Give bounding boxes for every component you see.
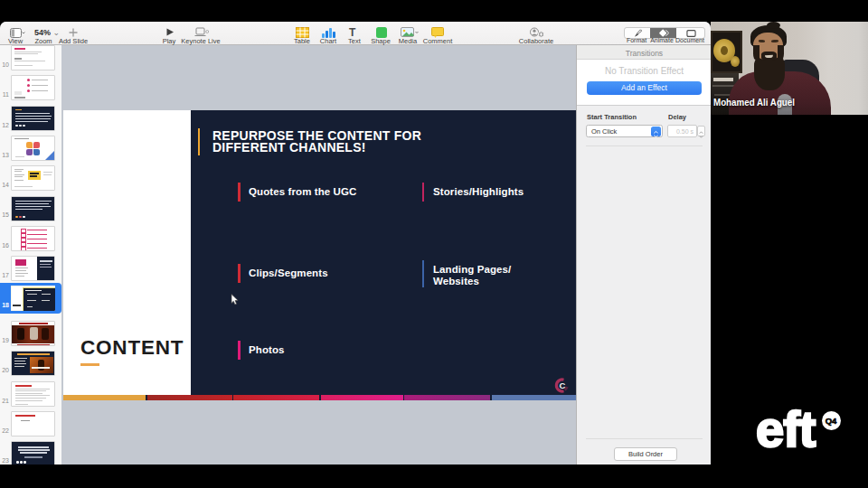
svg-text:C: C — [560, 380, 566, 390]
